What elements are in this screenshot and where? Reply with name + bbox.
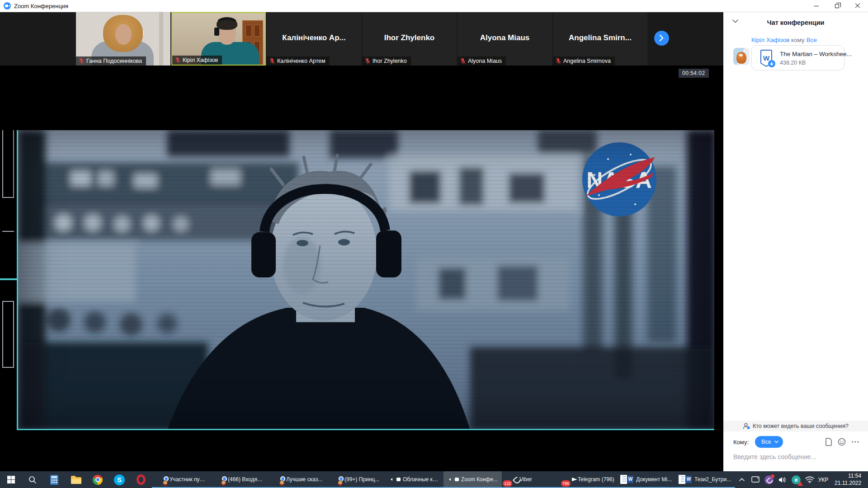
restore-icon (835, 4, 839, 8)
recipient-select[interactable]: Все (755, 436, 783, 448)
privacy-info-button[interactable]: Кто может видеть ваши сообщения? (723, 421, 868, 432)
warning-icon (797, 481, 803, 486)
participant-name-label: Кіріл Хафізов (172, 56, 222, 65)
taskbar-app-label: Telegram (796) (578, 476, 614, 483)
emoji-button[interactable] (838, 438, 846, 446)
search-button[interactable] (22, 471, 43, 488)
start-button[interactable] (0, 471, 22, 488)
participant-tile[interactable]: Alyona Miaus Alyona Miaus (458, 12, 552, 66)
taskbar-app-telegram[interactable]: 796 Telegram (796) (560, 471, 618, 488)
clock-date: 21.11.2022 (835, 480, 861, 487)
word-file-icon: W (759, 50, 776, 68)
taskbar-app-chrome-window-2[interactable]: (466) Входящ... (210, 471, 269, 488)
chevron-down-icon (774, 441, 778, 443)
collapse-chat-button[interactable] (732, 18, 738, 24)
taskbar-app-label: Viber (519, 476, 532, 483)
participant-tile[interactable]: Ihor Zhylenko Ihor Zhylenko (362, 12, 457, 66)
chat-footer: Кто может видеть ваши сообщения? Кому: В… (723, 421, 868, 460)
opera-button[interactable] (130, 471, 152, 488)
clock-time: 11:54 (835, 473, 861, 480)
taskbar-app-chrome-window-1[interactable]: Участник пуб... (152, 471, 210, 488)
participant-name-label: Ганна Подосиннікова (76, 56, 146, 66)
calculator-icon (50, 475, 59, 485)
notification-dot (771, 474, 774, 478)
nasa-logo: NASA (581, 141, 658, 218)
screen-frame-bracket (2, 130, 14, 198)
taskbar-app-chrome-window-4[interactable]: (99+) Принц... (327, 471, 385, 488)
taskbar-app-chrome-window-3[interactable]: Лучшие сказ... (269, 471, 327, 488)
chat-panel: Чат конференции Кіріл Хафізов кому Все W… (723, 12, 868, 471)
taskbar-app-viber[interactable]: 132 Viber (502, 471, 560, 488)
person-privacy-icon (743, 423, 750, 429)
taskbar-app-label: Документ Mі... (636, 476, 672, 483)
chat-title: Чат конференции (767, 19, 824, 26)
skype-icon: S (114, 474, 125, 485)
participant-tile[interactable]: Калініченко Ар... Калініченко Артем (267, 12, 361, 66)
meeting-stage: Ганна Подосиннікова Кіріл Хафізов (0, 12, 723, 471)
participant-name-text: Ганна Подосиннікова (86, 58, 142, 64)
participant-name-label: Калініченко Артем (267, 56, 330, 66)
taskbar-app-label: Тези2_Бутри... (694, 476, 731, 483)
more-options-button[interactable] (852, 441, 859, 443)
participant-name-text: Калініченко Артем (277, 58, 326, 64)
skype-button[interactable]: S (108, 471, 130, 488)
windows-taskbar: S Участник пуб... (466) Входящ... Лучшие… (0, 471, 868, 488)
muted-mic-icon (269, 58, 275, 64)
speaker-icon (778, 476, 787, 483)
file-explorer-button[interactable] (65, 471, 87, 488)
sender-avatar (733, 48, 750, 65)
taskbar-app-word-2[interactable]: W Тези2_Бутри... (677, 471, 735, 488)
viber-badge: 132 (503, 480, 512, 487)
participant-name-label: Alyona Miaus (458, 56, 506, 66)
chrome-button[interactable] (87, 471, 108, 488)
participant-filmstrip: Ганна Подосиннікова Кіріл Хафізов (0, 12, 723, 66)
attach-file-button[interactable] (825, 438, 832, 446)
tray-eset-button[interactable]: e (789, 475, 803, 484)
language-indicator[interactable]: УКР (816, 477, 830, 483)
participant-tile[interactable]: Angelina Smirn... Angelina Smirnova (553, 12, 647, 66)
muted-mic-icon (365, 58, 370, 64)
muted-mic-icon (175, 57, 180, 63)
chevron-up-icon (739, 478, 745, 481)
calculator-button[interactable] (43, 471, 65, 488)
tray-wifi-button[interactable] (803, 476, 816, 483)
participant-name-text: Кіріл Хафізов (183, 57, 218, 63)
svg-text:W: W (763, 54, 770, 62)
minimize-icon (814, 6, 819, 6)
message-input[interactable] (733, 453, 858, 460)
taskbar-app-label: Лучшие сказ... (286, 476, 322, 483)
close-button[interactable] (847, 0, 868, 12)
system-tray: e УКР 11:54 21.11.2022 10 (735, 471, 868, 488)
sender-name[interactable]: Кіріл Хафізов (751, 37, 789, 43)
windows-logo-icon (7, 476, 15, 483)
taskbar-app-zoom-meeting[interactable]: Zoom Конфе... (443, 471, 502, 488)
tray-viber-button[interactable] (762, 475, 776, 484)
title-bar: Zoom Конференция (0, 0, 868, 12)
next-participants-button[interactable] (654, 31, 669, 46)
participant-center-name: Ihor Zhylenko (362, 33, 457, 42)
participant-name-text: Alyona Miaus (468, 58, 502, 64)
file-attachment-card[interactable]: W The Martian – Workshee... 438.20 КВ (751, 45, 844, 70)
participant-tile[interactable]: Ганна Подосиннікова (76, 12, 170, 66)
taskbar-app-zoom-cloud[interactable]: Облачные ко... (385, 471, 443, 488)
message-sender-line: Кіріл Хафізов кому Все (751, 37, 868, 43)
to-preposition: кому (791, 37, 805, 43)
participant-name-text: Ihor Zhylenko (373, 58, 407, 64)
zoom-app-icon (4, 2, 11, 9)
telegram-badge: 796 (561, 480, 571, 487)
participant-tile-active-speaker[interactable]: Кіріл Хафізов (171, 12, 266, 66)
tray-display-button[interactable] (749, 476, 762, 483)
background-door-frame (159, 12, 163, 66)
recipient-name[interactable]: Все (807, 37, 817, 43)
eset-icon: e (792, 475, 801, 484)
restore-button[interactable] (826, 0, 847, 12)
clock[interactable]: 11:54 21.11.2022 (830, 473, 866, 487)
action-center-button[interactable]: 10 (866, 476, 868, 484)
minimize-button[interactable] (806, 0, 826, 12)
chevron-right-icon (659, 34, 664, 42)
participant-video-face (115, 24, 132, 45)
taskbar-app-word-1[interactable]: W Документ Mі... (618, 471, 677, 488)
tray-expand-button[interactable] (735, 478, 749, 481)
muted-mic-icon (79, 58, 84, 64)
tray-volume-button[interactable] (776, 476, 789, 483)
